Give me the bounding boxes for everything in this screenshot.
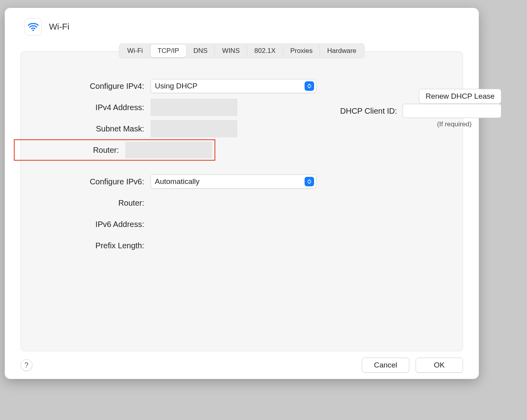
ipv6-router-label: Router:	[40, 199, 151, 208]
prefix-length-row: Prefix Length:	[40, 235, 316, 256]
subnet-mask-label: Subnet Mask:	[40, 124, 151, 133]
help-button[interactable]: ?	[21, 359, 32, 371]
configure-ipv6-label: Configure IPv6:	[40, 177, 151, 186]
ipv4-address-label: IPv4 Address:	[40, 103, 151, 112]
configure-ipv6-popup[interactable]: Automatically	[151, 174, 316, 189]
chevron-up-down-icon	[305, 81, 314, 91]
ipv6-router-row: Router:	[40, 192, 316, 214]
tab-hardware[interactable]: Hardware	[320, 45, 363, 57]
tab-tcpip[interactable]: TCP/IP	[151, 45, 186, 57]
tab-wins[interactable]: WINS	[215, 45, 247, 57]
subnet-mask-row: Subnet Mask:	[40, 118, 316, 139]
configure-ipv6-value: Automatically	[155, 177, 200, 186]
configure-ipv4-row: Configure IPv4: Using DHCP	[40, 75, 316, 97]
tab-proxies[interactable]: Proxies	[283, 45, 320, 57]
svg-point-0	[32, 30, 34, 31]
ipv6-address-label: IPv6 Address:	[40, 220, 151, 229]
prefix-length-label: Prefix Length:	[40, 241, 151, 250]
tab-wifi[interactable]: Wi-Fi	[120, 45, 151, 57]
ipv4-router-value	[125, 142, 212, 158]
router-highlight: Router:	[14, 139, 215, 161]
ok-button[interactable]: OK	[416, 358, 463, 373]
cancel-button[interactable]: Cancel	[362, 358, 409, 373]
tab-bar: Wi-Fi TCP/IP DNS WINS 802.1X Proxies Har…	[5, 43, 479, 58]
configure-ipv4-value: Using DHCP	[155, 82, 198, 90]
ipv4-address-value	[151, 99, 237, 116]
preferences-window: Wi-Fi Wi-Fi TCP/IP DNS WINS 802.1X Proxi…	[5, 8, 479, 379]
page-title: Wi-Fi	[49, 22, 69, 32]
dhcp-client-id-hint: (If required)	[340, 120, 501, 128]
ipv6-address-row: IPv6 Address:	[40, 214, 316, 235]
dhcp-client-id-input[interactable]	[403, 104, 501, 118]
ipv4-address-row: IPv4 Address:	[40, 97, 316, 118]
tab-8021x[interactable]: 802.1X	[247, 45, 283, 57]
footer: ? Cancel OK	[5, 351, 479, 379]
ipv4-router-label: Router:	[15, 146, 125, 155]
chevron-up-down-icon	[305, 177, 314, 186]
dhcp-client-id-row: DHCP Client ID:	[340, 104, 501, 118]
configure-ipv4-popup[interactable]: Using DHCP	[151, 79, 316, 93]
configure-ipv4-label: Configure IPv4:	[40, 82, 151, 91]
header: Wi-Fi	[5, 8, 479, 39]
dhcp-client-id-label: DHCP Client ID:	[340, 107, 397, 116]
configure-ipv6-row: Configure IPv6: Automatically	[40, 171, 316, 192]
content-panel: Configure IPv4: Using DHCP IPv4 Address:	[21, 51, 463, 351]
tab-dns[interactable]: DNS	[186, 45, 215, 57]
wifi-icon	[24, 18, 42, 36]
subnet-mask-value	[151, 120, 237, 137]
renew-dhcp-lease-button[interactable]: Renew DHCP Lease	[419, 89, 501, 104]
